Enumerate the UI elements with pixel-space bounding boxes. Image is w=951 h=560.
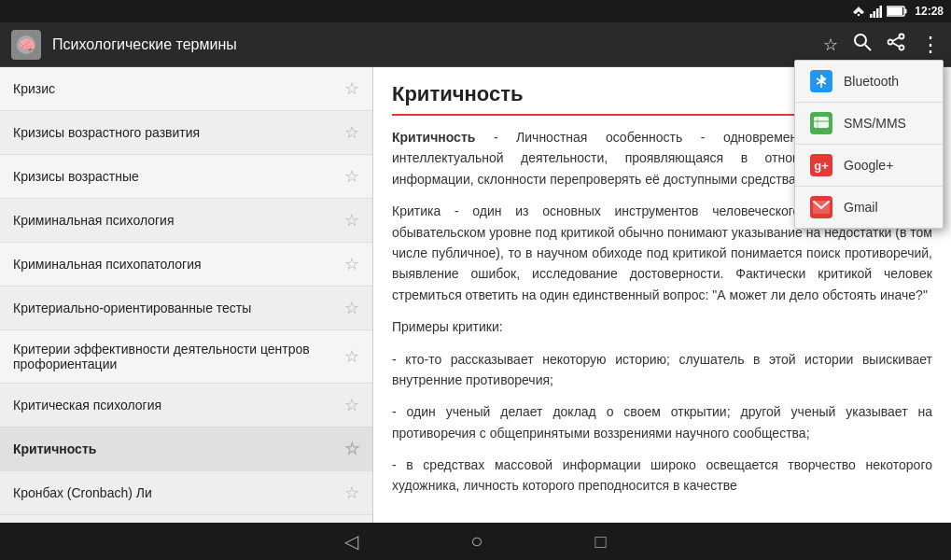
svg-rect-5	[876, 8, 879, 18]
smsmms-icon	[810, 112, 832, 134]
list-item-text: Критическая психология	[13, 398, 337, 413]
svg-text:🧠: 🧠	[19, 37, 35, 53]
googleplus-label: Google+	[844, 158, 893, 173]
header-icons: ☆ ⋮	[823, 33, 940, 57]
list-item-text: Кризис	[13, 81, 337, 96]
status-icons: 12:28	[851, 5, 944, 18]
svg-line-17	[893, 43, 900, 47]
dropdown-item-gmail[interactable]: Gmail	[795, 187, 943, 228]
detail-paragraph: - в средствах массовой информации широко…	[392, 455, 932, 497]
svg-rect-9	[888, 7, 902, 15]
star-icon[interactable]: ☆	[344, 210, 359, 231]
star-icon[interactable]: ☆	[344, 78, 359, 99]
gmail-label: Gmail	[844, 200, 878, 215]
svg-rect-6	[880, 6, 883, 18]
dropdown-item-googleplus[interactable]: g+ Google+	[795, 145, 943, 187]
googleplus-icon: g+	[810, 154, 832, 176]
dropdown-menu: Bluetooth SMS/MMS g+ Google+ Gmail	[794, 60, 944, 229]
signal-icon	[870, 5, 883, 18]
more-button[interactable]: ⋮	[920, 33, 940, 57]
dropdown-item-smsmms[interactable]: SMS/MMS	[795, 103, 943, 145]
svg-rect-4	[874, 11, 876, 18]
detail-paragraph: - кто-то рассказывает некоторую историю;…	[392, 349, 932, 391]
list-item[interactable]: Критическая психология ☆	[0, 384, 372, 427]
share-button[interactable]	[887, 33, 905, 56]
gmail-icon	[810, 196, 832, 218]
star-icon[interactable]: ☆	[344, 395, 359, 415]
bluetooth-label: Bluetooth	[844, 74, 899, 89]
list-item-text: Криминальная психопатология	[13, 257, 337, 272]
star-button[interactable]: ☆	[823, 35, 838, 55]
bluetooth-icon	[810, 70, 832, 92]
list-item-text: Критерии эффективности деятельности цент…	[13, 342, 337, 371]
bottom-nav: ◁ ○ □	[0, 523, 951, 560]
home-button[interactable]: ○	[470, 529, 482, 553]
list-item[interactable]: Критичность ☆	[0, 427, 372, 471]
svg-marker-27	[815, 128, 818, 131]
detail-paragraph: Примеры критики:	[392, 316, 932, 337]
svg-line-13	[865, 45, 871, 50]
smsmms-label: SMS/MMS	[844, 116, 906, 131]
back-button[interactable]: ◁	[344, 530, 358, 553]
star-icon[interactable]: ☆	[344, 298, 359, 318]
svg-rect-24	[814, 117, 829, 128]
svg-rect-3	[870, 14, 873, 18]
star-icon[interactable]: ☆	[344, 254, 359, 274]
svg-rect-8	[905, 9, 907, 14]
list-item-text: Кризисы возрастные	[13, 169, 337, 184]
wifi-icon	[851, 5, 866, 18]
star-icon[interactable]: ☆	[344, 166, 359, 187]
list-item-text: Криминальная психология	[13, 213, 337, 228]
list-item[interactable]: Криминальная психопатология ☆	[0, 243, 372, 287]
app-icon: 🧠	[11, 30, 41, 60]
list-item-text: Критичность	[13, 441, 337, 456]
list-item[interactable]: Криминальная психология ☆	[0, 199, 372, 243]
star-icon[interactable]: ☆	[344, 483, 359, 503]
star-icon[interactable]: ☆	[344, 439, 359, 459]
svg-point-15	[888, 40, 893, 45]
dropdown-item-bluetooth[interactable]: Bluetooth	[795, 61, 943, 103]
list-item[interactable]: Критерии эффективности деятельности цент…	[0, 330, 372, 384]
brain-icon: 🧠	[15, 34, 37, 56]
app-title: Психологические термины	[52, 36, 823, 53]
star-icon[interactable]: ☆	[344, 122, 359, 143]
svg-point-16	[900, 46, 904, 50]
svg-point-12	[855, 35, 866, 46]
list-item[interactable]: Кронбах (Cronbach) Ли ☆	[0, 471, 372, 515]
battery-icon	[887, 6, 907, 17]
search-icon	[853, 33, 872, 51]
share-icon	[887, 33, 905, 51]
svg-point-2	[858, 14, 860, 16]
svg-point-14	[900, 35, 904, 39]
star-icon[interactable]: ☆	[344, 346, 359, 367]
left-panel: Кризис ☆ Кризисы возрастного развития ☆ …	[0, 67, 373, 523]
search-button[interactable]	[853, 33, 872, 56]
list-item-text: Кронбах (Cronbach) Ли	[13, 485, 337, 500]
status-time: 12:28	[915, 5, 944, 18]
list-item[interactable]: Критериально-ориентированные тесты ☆	[0, 287, 372, 330]
list-item[interactable]: Кризисы возрастные ☆	[0, 155, 372, 199]
list-item-text: Кризисы возрастного развития	[13, 125, 337, 140]
recent-button[interactable]: □	[595, 531, 607, 553]
list-item[interactable]: Кризис ☆	[0, 67, 372, 111]
list-item-text: Критериально-ориентированные тесты	[13, 301, 337, 315]
list-item[interactable]: Кризисы возрастного развития ☆	[0, 111, 372, 155]
status-bar: 12:28	[0, 0, 951, 22]
detail-paragraph: - один ученый делает доклад о своем откр…	[392, 401, 932, 443]
svg-line-18	[893, 37, 900, 41]
